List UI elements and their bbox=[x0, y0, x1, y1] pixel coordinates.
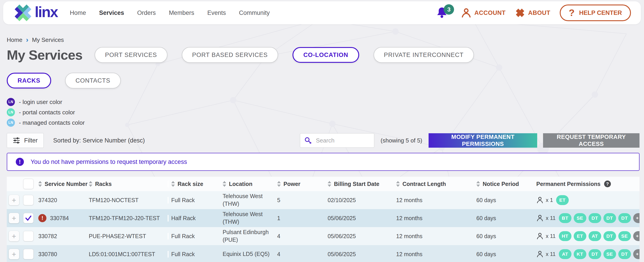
expand-row-button[interactable]: + bbox=[9, 249, 19, 259]
sort-descending-arrow bbox=[89, 185, 92, 187]
expand-cell: + bbox=[7, 195, 21, 205]
notifications-button[interactable]: 3 bbox=[436, 6, 448, 19]
linx-logo-icon bbox=[13, 3, 33, 23]
racks-cell: TFM120-NOCTEST bbox=[86, 197, 168, 204]
contract-length-cell: 12 months bbox=[394, 233, 474, 240]
sort-ascending-arrow bbox=[396, 181, 400, 183]
expand-row-button[interactable]: + bbox=[9, 213, 19, 223]
permissions-cell: x 1ET bbox=[534, 195, 640, 205]
power-cell: 4 bbox=[274, 251, 325, 258]
legend-color-badge: LN bbox=[7, 108, 15, 116]
sort-arrows-icon[interactable] bbox=[38, 181, 42, 187]
table-toolbar: Filter Sorted by: Service Number (desc) … bbox=[7, 133, 640, 148]
nav-item-events[interactable]: Events bbox=[207, 9, 226, 16]
about-button[interactable]: ABOUT bbox=[515, 8, 550, 18]
rack-size-cell: Full Rack bbox=[168, 197, 220, 204]
tab-port-services[interactable]: PORT SERVICES bbox=[95, 47, 168, 63]
tab-racks[interactable]: RACKS bbox=[7, 73, 51, 88]
permission-overflow-badge[interactable]: + 6 bbox=[633, 249, 640, 259]
sort-arrows-icon[interactable] bbox=[171, 181, 175, 187]
rack-size-cell: Half Rack bbox=[168, 215, 220, 222]
nav-item-home[interactable]: Home bbox=[70, 9, 86, 16]
row-checkbox[interactable] bbox=[23, 213, 34, 223]
sort-ascending-arrow bbox=[328, 181, 331, 183]
modify-permanent-permissions-button[interactable]: MODIFY PERMANENT PERMISSIONS bbox=[428, 133, 537, 148]
table-body: +374320TFM120-NOCTESTFull RackTelehouse … bbox=[7, 191, 640, 262]
filter-button[interactable]: Filter bbox=[7, 133, 44, 148]
column-header-service-number[interactable]: Service Number bbox=[36, 181, 86, 187]
location-cell: Telehouse West (THW) bbox=[220, 211, 274, 226]
column-header-contract-length[interactable]: Contract Length bbox=[394, 181, 474, 187]
permission-badge-bt: BT bbox=[559, 213, 572, 223]
sort-arrows-icon[interactable] bbox=[89, 181, 92, 187]
sort-ascending-arrow bbox=[89, 181, 92, 183]
breadcrumb-home[interactable]: Home bbox=[7, 36, 22, 43]
request-temporary-access-button[interactable]: REQUEST TEMPORARY ACCESS bbox=[543, 133, 640, 148]
expand-row-button[interactable]: + bbox=[9, 231, 19, 241]
tab-contacts[interactable]: CONTACTS bbox=[65, 73, 121, 88]
person-icon bbox=[536, 197, 544, 204]
help-center-button[interactable]: ? HELP CENTER bbox=[560, 4, 631, 21]
sort-arrows-icon[interactable] bbox=[328, 181, 331, 187]
nav-item-members[interactable]: Members bbox=[169, 9, 194, 16]
breadcrumb-current: My Services bbox=[32, 36, 64, 43]
sort-arrows-icon[interactable] bbox=[223, 181, 226, 187]
expand-row-button[interactable]: + bbox=[9, 195, 19, 205]
permission-overflow-badge[interactable]: + 6 bbox=[633, 213, 640, 223]
help-center-label: HELP CENTER bbox=[579, 9, 622, 16]
sort-descending-arrow bbox=[476, 185, 480, 187]
tab-port-based-services[interactable]: PORT BASED SERVICES bbox=[182, 47, 278, 63]
column-header-racks[interactable]: Racks bbox=[86, 181, 168, 187]
legend-label: - managed contacts color bbox=[19, 119, 85, 126]
contract-length-cell: 12 months bbox=[394, 215, 474, 222]
row-checkbox[interactable] bbox=[23, 195, 34, 205]
row-checkbox[interactable] bbox=[23, 249, 34, 259]
select-all-checkbox[interactable] bbox=[23, 179, 34, 189]
chevron-right-icon: › bbox=[26, 36, 28, 43]
search-input[interactable] bbox=[316, 137, 370, 144]
sort-arrows-icon[interactable] bbox=[476, 181, 480, 187]
contract-length-cell: 12 months bbox=[394, 251, 474, 258]
permission-badge-dt: DT bbox=[604, 231, 616, 241]
legend-item-1: LN- login user color bbox=[7, 97, 640, 106]
service-number-cell: 374320 bbox=[36, 197, 86, 204]
racks-cell: LD5:01:001MC1:007TEST bbox=[86, 251, 168, 258]
tab-private-interconnect[interactable]: PRIVATE INTERCONNECT bbox=[374, 47, 474, 63]
permission-overflow-badge[interactable]: + 6 bbox=[633, 231, 640, 241]
sort-arrows-icon[interactable] bbox=[396, 181, 400, 187]
permissions-alert-banner: ! You do not have permissions to request… bbox=[7, 153, 640, 171]
nav-item-community[interactable]: Community bbox=[239, 9, 270, 16]
notice-period-cell: 60 days bbox=[474, 233, 534, 240]
legend-color-badge: LN bbox=[7, 119, 15, 127]
sort-descending-arrow bbox=[171, 185, 175, 187]
linx-logo[interactable]: linx bbox=[13, 3, 58, 23]
row-checkbox[interactable] bbox=[23, 231, 34, 241]
nav-item-services[interactable]: Services bbox=[99, 9, 124, 16]
service-number: 330780 bbox=[38, 251, 57, 258]
help-icon[interactable]: ? bbox=[604, 181, 611, 187]
account-button[interactable]: ACCOUNT bbox=[461, 8, 506, 18]
sort-arrows-icon[interactable] bbox=[277, 181, 281, 187]
power-cell: 4 bbox=[274, 233, 325, 240]
tab-co-location[interactable]: CO-LOCATION bbox=[292, 47, 359, 63]
legend-item-3: LN- managed contacts color bbox=[7, 118, 640, 127]
column-header-notice-period[interactable]: Notice Period bbox=[474, 181, 534, 187]
permission-badge-se: SE bbox=[604, 249, 616, 259]
notice-period-cell: 60 days bbox=[474, 251, 534, 258]
column-header-rack-size[interactable]: Rack size bbox=[168, 181, 220, 187]
column-header-power[interactable]: Power bbox=[274, 181, 325, 187]
permissions-cell: x 11ATKTDTSEDT+ 6 bbox=[534, 249, 640, 259]
permission-badge-et: ET bbox=[574, 231, 586, 241]
column-header-permanent-permissions[interactable]: Permanent Permissions? bbox=[534, 181, 640, 187]
title-row: My Services PORT SERVICESPORT BASED SERV… bbox=[7, 47, 640, 63]
checkmark-icon bbox=[25, 215, 32, 222]
checkbox-cell bbox=[21, 231, 36, 241]
rack-size-cell: Full Rack bbox=[168, 233, 220, 240]
sort-descending-arrow bbox=[38, 185, 42, 187]
sort-ascending-arrow bbox=[277, 181, 281, 183]
nav-item-orders[interactable]: Orders bbox=[137, 9, 156, 16]
column-header-location[interactable]: Location bbox=[220, 181, 274, 187]
column-header-billing-start-date[interactable]: Billing Start Date bbox=[325, 181, 394, 187]
sort-ascending-arrow bbox=[476, 181, 480, 183]
permissions-count: x 1 bbox=[546, 197, 553, 203]
